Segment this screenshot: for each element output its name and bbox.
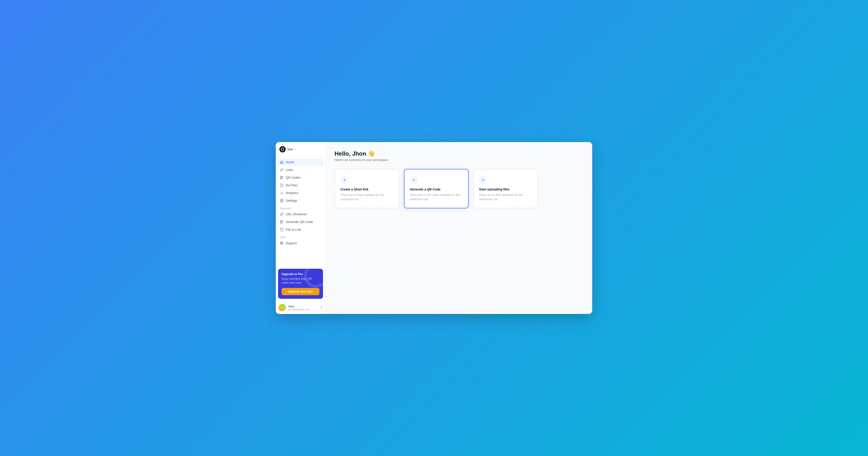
sidebar-item-url-shortener[interactable]: URL Shortener — [278, 210, 323, 218]
generate-qr-code-card[interactable]: + Generate a QR Code There are no QR cod… — [404, 169, 469, 208]
user-info: Jhon user@example.com — [288, 305, 318, 311]
sidebar-nav: Home Links — [276, 156, 325, 266]
svg-line-23 — [281, 244, 281, 244]
svg-rect-1 — [282, 176, 283, 177]
sidebar-item-label-settings: Settings — [286, 199, 297, 202]
card-title-qr-code: Generate a QR Code — [410, 188, 463, 191]
file-to-link-icon — [280, 228, 283, 231]
card-desc-short-link: There are no links available for this wo… — [340, 193, 394, 202]
svg-rect-2 — [280, 178, 281, 179]
svg-rect-12 — [282, 221, 283, 222]
brand-name: free — [287, 147, 293, 151]
sidebar-header[interactable]: free ▾ — [276, 142, 325, 156]
sidebar-item-home[interactable]: Home — [278, 159, 323, 166]
sidebar-item-label-support: Support — [286, 241, 297, 245]
brand-chevron-icon: ▾ — [295, 148, 296, 151]
card-plus-icon-short-link: + — [340, 176, 348, 184]
user-name: Jhon — [288, 305, 318, 308]
sidebar-item-label-home: Home — [286, 160, 294, 164]
sidebar-item-links[interactable]: Links — [278, 166, 323, 173]
url-shortener-icon — [280, 212, 283, 216]
sidebar-item-generate-qr-code[interactable]: Generate QR Code — [278, 218, 323, 226]
support-icon — [280, 241, 283, 245]
card-plus-icon-upload-files: + — [479, 176, 487, 184]
settings-icon — [280, 199, 283, 202]
svg-rect-11 — [280, 221, 281, 222]
card-title-upload-files: Start uploading files — [479, 188, 532, 191]
svg-rect-13 — [280, 222, 281, 223]
upgrade-button[interactable]: Upgrade your plan — [282, 288, 319, 295]
sidebar-item-label-qr-codes: QR Codes — [286, 176, 301, 179]
sidebar-item-label-analytics: Analytics — [286, 191, 298, 195]
links-icon — [280, 168, 283, 172]
upload-files-card[interactable]: + Start uploading files There are no fil… — [473, 169, 538, 208]
avatar — [278, 304, 286, 311]
cards-grid: + Create a Short link There are no links… — [335, 169, 538, 208]
upgrade-description: Enjoy unlimited links, QR codes and more… — [282, 277, 319, 285]
sidebar-item-my-files[interactable]: My Files — [278, 182, 323, 189]
upgrade-card: Upgrade to Pro Enjoy unlimited links, QR… — [278, 269, 323, 299]
my-files-icon — [280, 183, 283, 187]
sidebar-item-label-my-files: My Files — [286, 183, 298, 187]
create-short-link-card[interactable]: + Create a Short link There are no links… — [335, 169, 399, 208]
qr-codes-icon — [280, 176, 283, 179]
sidebar-item-qr-codes[interactable]: QR Codes — [278, 174, 323, 181]
svg-line-22 — [282, 242, 283, 243]
brand-logo — [279, 146, 286, 152]
user-profile[interactable]: Jhon user@example.com ⇅ — [276, 301, 325, 314]
sidebar-item-label-generate-qr-code: Generate QR Code — [286, 220, 313, 224]
card-title-short-link: Create a Short link — [340, 188, 394, 191]
sidebar-item-label-links: Links — [286, 168, 293, 172]
sidebar-item-settings[interactable]: Settings — [278, 197, 323, 204]
user-email: user@example.com — [288, 308, 318, 311]
sidebar-item-analytics[interactable]: Analytics — [278, 189, 323, 197]
card-desc-qr-code: There are no QR codes available for this… — [410, 193, 463, 202]
analytics-icon — [280, 191, 283, 195]
upgrade-title: Upgrade to Pro — [282, 272, 319, 276]
sidebar-item-label-url-shortener: URL Shortener — [286, 212, 307, 216]
sidebar-item-support[interactable]: Support — [278, 239, 323, 247]
generate-qr-code-icon — [280, 220, 283, 224]
user-chevron-icon: ⇅ — [320, 306, 322, 309]
svg-rect-0 — [280, 176, 281, 177]
page-title: Hello, Jhon 👋 — [335, 150, 583, 157]
sidebar-item-file-to-link[interactable]: File to Link — [278, 226, 323, 233]
svg-point-10 — [281, 200, 282, 201]
main-content: Hello, Jhon 👋 Here's an overview of your… — [326, 142, 592, 314]
home-icon — [280, 160, 283, 164]
card-desc-upload-files: There are no files uploaded for this wor… — [479, 193, 532, 202]
sidebar: free ▾ Home — [276, 142, 326, 314]
card-plus-icon-qr-code: + — [410, 176, 418, 184]
svg-line-21 — [282, 244, 283, 244]
sidebar-item-label-file-to-link: File to Link — [286, 228, 301, 231]
svg-line-20 — [281, 242, 281, 243]
page-header: Hello, Jhon 👋 Here's an overview of your… — [335, 150, 583, 162]
other-section-label: Other — [278, 234, 323, 239]
page-subtitle: Here's an overview of your workspace — [335, 158, 583, 162]
shortcuts-section-label: Shortcuts — [278, 205, 323, 210]
